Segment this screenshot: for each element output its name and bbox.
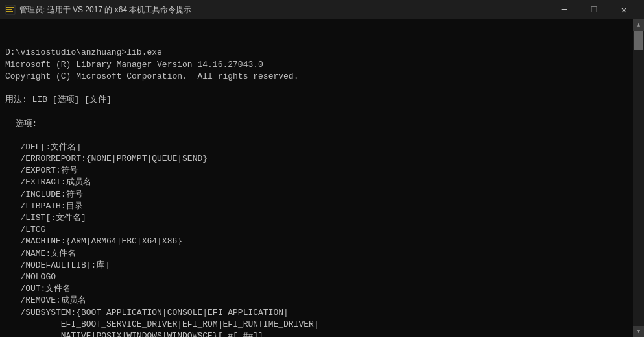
window-title: 管理员: 适用于 VS 2017 的 x64 本机工具命令提示 bbox=[19, 5, 549, 16]
terminal-line: /OUT:文件名 bbox=[5, 283, 639, 295]
app-icon bbox=[5, 5, 16, 15]
terminal-line: /ERRORREPORT:{NONE|PROMPT|QUEUE|SEND} bbox=[5, 153, 639, 165]
titlebar: 管理员: 适用于 VS 2017 的 x64 本机工具命令提示 ─ □ ✕ bbox=[0, 0, 644, 19]
scroll-track bbox=[633, 31, 644, 326]
terminal-line: Microsoft (R) Library Manager Version 14… bbox=[5, 59, 639, 71]
terminal-line: 用法: LIB [选项] [文件] bbox=[5, 94, 639, 106]
terminal-line: /NOLOGO bbox=[5, 271, 639, 283]
terminal-line: /MACHINE:{ARM|ARM64|EBC|X64|X86} bbox=[5, 236, 639, 247]
scroll-thumb[interactable] bbox=[634, 31, 643, 50]
terminal-line: /EXTRACT:成员名 bbox=[5, 177, 639, 188]
terminal-line: /INCLUDE:符号 bbox=[5, 189, 639, 201]
scrollbar[interactable]: ▲ ▼ bbox=[633, 19, 644, 337]
terminal-line: /DEF[:文件名] bbox=[5, 142, 639, 153]
restore-button[interactable]: □ bbox=[579, 0, 609, 19]
terminal-line: /LIBPATH:目录 bbox=[5, 201, 639, 212]
terminal-line bbox=[5, 130, 639, 142]
terminal-wrapper: D:\visiostudio\anzhuang>lib.exeMicrosoft… bbox=[0, 19, 644, 337]
svg-rect-3 bbox=[6, 11, 13, 12]
terminal-line: /LIST[:文件名] bbox=[5, 212, 639, 224]
terminal-line: /EXPORT:符号 bbox=[5, 165, 639, 177]
minimize-button[interactable]: ─ bbox=[549, 0, 579, 19]
terminal-line: /NODEFAULTLIB[:库] bbox=[5, 260, 639, 271]
terminal-line: D:\visiostudio\anzhuang>lib.exe bbox=[5, 47, 639, 58]
scroll-up-button[interactable]: ▲ bbox=[633, 19, 644, 31]
window: 管理员: 适用于 VS 2017 的 x64 本机工具命令提示 ─ □ ✕ D:… bbox=[0, 0, 644, 337]
scroll-down-button[interactable]: ▼ bbox=[633, 326, 644, 337]
terminal-line: /SUBSYSTEM:{BOOT_APPLICATION|CONSOLE|EFI… bbox=[5, 307, 639, 319]
terminal-line: Copyright (C) Microsoft Corporation. All… bbox=[5, 71, 639, 82]
terminal-line: /NAME:文件名 bbox=[5, 248, 639, 260]
terminal-line: /LTCG bbox=[5, 224, 639, 236]
terminal-line: /REMOVE:成员名 bbox=[5, 295, 639, 306]
terminal-line: EFI_BOOT_SERVICE_DRIVER|EFI_ROM|EFI_RUNT… bbox=[5, 319, 639, 331]
terminal-line bbox=[5, 82, 639, 94]
terminal-content[interactable]: D:\visiostudio\anzhuang>lib.exeMicrosoft… bbox=[0, 19, 644, 337]
terminal-line bbox=[5, 106, 639, 118]
terminal-line: 选项: bbox=[5, 118, 639, 130]
svg-rect-1 bbox=[6, 7, 14, 8]
svg-rect-2 bbox=[6, 9, 12, 10]
terminal-line: NATIVE|POSIX|WINDOWS|WINDOWSCE}[,#[.##]] bbox=[5, 331, 639, 337]
close-button[interactable]: ✕ bbox=[609, 0, 639, 19]
window-controls: ─ □ ✕ bbox=[549, 0, 639, 19]
